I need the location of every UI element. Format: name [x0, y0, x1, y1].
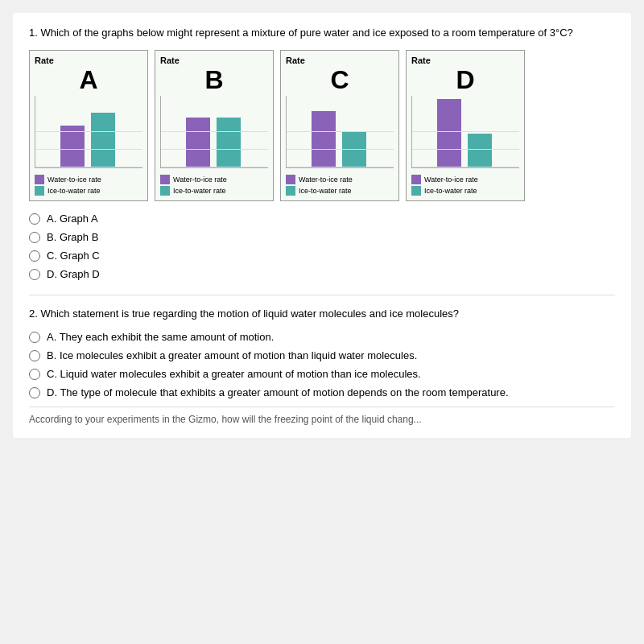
legend-water-2: Water-to-ice rate — [286, 175, 394, 184]
legend-water-label-3: Water-to-ice rate — [424, 175, 478, 184]
graph-title-2: C — [286, 67, 394, 93]
q1-option-3[interactable]: D. Graph D — [29, 268, 615, 280]
legend-0: Water-to-ice rate Ice-to-water rate — [35, 175, 142, 196]
q2-radio-0[interactable] — [29, 332, 40, 343]
graph-a: Rate A Water-to-ice rate Ice-to-water ra… — [29, 50, 148, 201]
q1-option-1[interactable]: B. Graph B — [29, 231, 615, 243]
swatch-teal-0 — [35, 186, 44, 196]
q1-radio-2[interactable] — [29, 250, 40, 262]
swatch-purple-3 — [411, 175, 421, 184]
legend-water-label-1: Water-to-ice rate — [173, 175, 227, 184]
bar-teal-0 — [91, 113, 115, 167]
bottom-text: According to your experiments in the Giz… — [29, 407, 615, 425]
graph-rate-label-3: Rate — [411, 56, 519, 65]
legend-ice-3: Ice-to-water rate — [411, 186, 519, 196]
legend-water-1: Water-to-ice rate — [160, 175, 268, 184]
graph-rate-label-2: Rate — [286, 56, 394, 65]
swatch-purple-2 — [286, 175, 295, 184]
q2-options: A. They each exhibit the same amount of … — [29, 331, 615, 398]
graph-rate-label-0: Rate — [35, 56, 142, 65]
legend-ice-0: Ice-to-water rate — [35, 186, 142, 196]
graph-title-0: A — [35, 67, 142, 93]
legend-ice-label-2: Ice-to-water rate — [299, 187, 352, 195]
graph-rate-label-1: Rate — [160, 56, 268, 65]
q1-option-2[interactable]: C. Graph C — [29, 250, 615, 262]
legend-ice-label-3: Ice-to-water rate — [424, 187, 477, 195]
legend-water-0: Water-to-ice rate — [35, 175, 142, 184]
q2-radio-1[interactable] — [29, 350, 40, 361]
legend-water-label-2: Water-to-ice rate — [299, 175, 353, 184]
q2-option-3[interactable]: D. The type of molecule that exhibits a … — [29, 386, 615, 398]
q1-option-label-0: A. Graph A — [47, 213, 98, 225]
q1-option-label-1: B. Graph B — [47, 231, 98, 243]
swatch-purple-0 — [35, 175, 44, 184]
swatch-teal-2 — [286, 186, 295, 196]
page: 1. Which of the graphs below might repre… — [13, 13, 631, 438]
graph-title-3: D — [411, 67, 519, 93]
bars-area-3 — [411, 96, 519, 168]
legend-ice-label-1: Ice-to-water rate — [173, 187, 226, 195]
graph-title-1: B — [160, 67, 268, 93]
q1-option-0[interactable]: A. Graph A — [29, 213, 615, 225]
bar-purple-3 — [437, 99, 461, 167]
bar-teal-3 — [468, 134, 492, 167]
bars-area-1 — [160, 96, 268, 168]
bar-purple-1 — [186, 118, 210, 167]
q1-options: A. Graph A B. Graph B C. Graph C D. Grap… — [29, 213, 615, 280]
graph-d: Rate D Water-to-ice rate Ice-to-water ra… — [406, 50, 525, 201]
q1-radio-0[interactable] — [29, 213, 40, 225]
legend-1: Water-to-ice rate Ice-to-water rate — [160, 175, 268, 196]
q1-option-label-2: C. Graph C — [47, 250, 100, 262]
q2-option-0[interactable]: A. They each exhibit the same amount of … — [29, 331, 615, 343]
q2-radio-2[interactable] — [29, 369, 40, 380]
legend-3: Water-to-ice rate Ice-to-water rate — [411, 175, 519, 196]
q2-option-label-0: A. They each exhibit the same amount of … — [47, 331, 274, 343]
legend-ice-1: Ice-to-water rate — [160, 186, 268, 196]
q2-option-label-2: C. Liquid water molecules exhibit a grea… — [47, 368, 421, 380]
graph-b: Rate B Water-to-ice rate Ice-to-water ra… — [155, 50, 274, 201]
divider — [29, 295, 615, 295]
q2-radio-3[interactable] — [29, 387, 40, 398]
legend-water-label-0: Water-to-ice rate — [47, 175, 101, 184]
q1-option-label-3: D. Graph D — [47, 268, 100, 280]
q1-radio-3[interactable] — [29, 269, 40, 280]
legend-ice-2: Ice-to-water rate — [286, 186, 394, 196]
q1-radio-1[interactable] — [29, 232, 40, 243]
q2-option-label-1: B. Ice molecules exhibit a greater amoun… — [47, 349, 417, 361]
legend-water-3: Water-to-ice rate — [411, 175, 519, 184]
legend-ice-label-0: Ice-to-water rate — [47, 187, 101, 195]
legend-2: Water-to-ice rate Ice-to-water rate — [286, 175, 394, 196]
question2-text: 2. Which statement is true regarding the… — [29, 307, 615, 321]
question1-text: 1. Which of the graphs below might repre… — [29, 26, 615, 40]
swatch-teal-1 — [160, 186, 170, 196]
swatch-purple-1 — [160, 175, 170, 184]
graphs-row: Rate A Water-to-ice rate Ice-to-water ra… — [29, 50, 615, 201]
q2-option-label-3: D. The type of molecule that exhibits a … — [47, 386, 509, 398]
bar-purple-0 — [60, 126, 85, 167]
graph-c: Rate C Water-to-ice rate Ice-to-water ra… — [280, 50, 399, 201]
bars-area-0 — [35, 96, 142, 168]
q2-option-2[interactable]: C. Liquid water molecules exhibit a grea… — [29, 368, 615, 380]
swatch-teal-3 — [411, 186, 421, 196]
bar-teal-2 — [342, 132, 366, 167]
bar-teal-1 — [217, 118, 241, 167]
bars-area-2 — [286, 96, 394, 168]
q2-option-1[interactable]: B. Ice molecules exhibit a greater amoun… — [29, 349, 615, 361]
bar-purple-2 — [312, 111, 336, 167]
